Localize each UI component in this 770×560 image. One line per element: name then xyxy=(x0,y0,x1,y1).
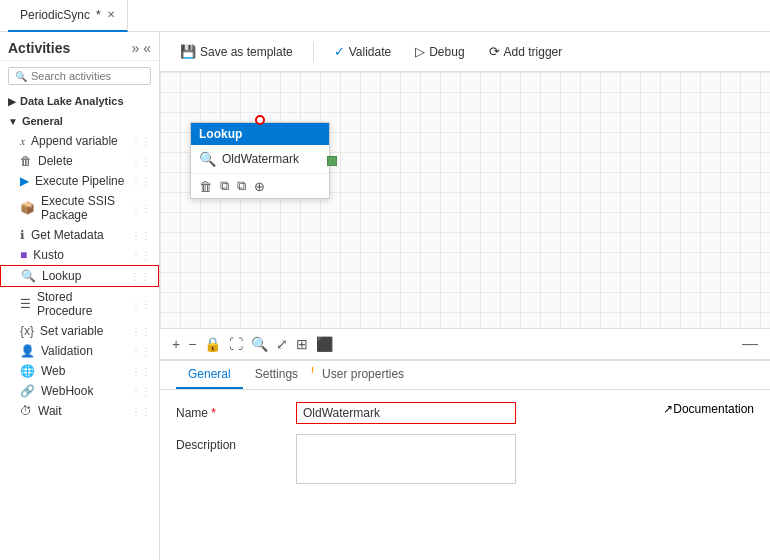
validate-button[interactable]: ✓ Validate xyxy=(330,42,395,61)
drag-handle: ⋮⋮ xyxy=(131,366,151,377)
save-template-button[interactable]: 💾 Save as template xyxy=(176,42,297,61)
doc-label: Documentation xyxy=(673,402,754,416)
properties-tabs: General Settings User properties xyxy=(160,361,770,390)
drag-handle: ⋮⋮ xyxy=(131,156,151,167)
sidebar-item-webhook[interactable]: 🔗 WebHook ⋮⋮ xyxy=(0,381,159,401)
validate-label: Validate xyxy=(349,45,391,59)
sidebar: Activities » « 🔍 ▶ Data Lake Analytics ▼… xyxy=(0,32,160,560)
node-connect-icon[interactable]: ⊕ xyxy=(254,179,265,194)
lookup-node[interactable]: Lookup 🔍 OldWatermark 🗑 ⧉ ⧉ ⊕ xyxy=(190,122,330,199)
sidebar-collapse-icon[interactable]: » xyxy=(131,40,139,56)
sidebar-item-validation[interactable]: 👤 Validation ⋮⋮ xyxy=(0,341,159,361)
stored-procedure-icon: ☰ xyxy=(20,297,31,311)
name-label: Name * xyxy=(176,402,296,420)
wait-icon: ⏱ xyxy=(20,404,32,418)
save-template-label: Save as template xyxy=(200,45,293,59)
sidebar-search-box: 🔍 xyxy=(8,67,151,85)
sidebar-group-general[interactable]: ▼ General xyxy=(0,111,159,131)
execute-ssis-icon: 📦 xyxy=(20,201,35,215)
grid-icon[interactable]: ⊞ xyxy=(296,336,308,352)
sidebar-item-label: Set variable xyxy=(40,324,103,338)
tab-label: PeriodicSync xyxy=(20,8,90,22)
lookup-node-body: 🔍 OldWatermark xyxy=(191,145,329,173)
sidebar-item-wait[interactable]: ⏱ Wait ⋮⋮ xyxy=(0,401,159,421)
node-connector-top[interactable] xyxy=(255,115,265,125)
kusto-icon: ■ xyxy=(20,248,27,262)
tab-settings[interactable]: Settings xyxy=(243,361,310,389)
drag-handle: ⋮⋮ xyxy=(131,326,151,337)
sidebar-group-data-lake[interactable]: ▶ Data Lake Analytics xyxy=(0,91,159,111)
set-variable-icon: {x} xyxy=(20,324,34,338)
fit-icon[interactable]: ⛶ xyxy=(229,336,243,352)
node-connector-right[interactable] xyxy=(327,156,337,166)
drag-handle: ⋮⋮ xyxy=(131,346,151,357)
sidebar-item-execute-pipeline[interactable]: ▶ Execute Pipeline ⋮⋮ xyxy=(0,171,159,191)
get-metadata-icon: ℹ xyxy=(20,228,25,242)
sidebar-item-kusto[interactable]: ■ Kusto ⋮⋮ xyxy=(0,245,159,265)
tab-periodic-sync[interactable]: PeriodicSync * ✕ xyxy=(8,0,128,32)
add-trigger-button[interactable]: ⟳ Add trigger xyxy=(485,42,567,61)
tab-user-properties[interactable]: User properties xyxy=(310,361,416,389)
sidebar-item-web[interactable]: 🌐 Web ⋮⋮ xyxy=(0,361,159,381)
sidebar-item-stored-procedure[interactable]: ☰ Stored Procedure ⋮⋮ xyxy=(0,287,159,321)
sidebar-item-label: Validation xyxy=(41,344,93,358)
main-layout: Activities » « 🔍 ▶ Data Lake Analytics ▼… xyxy=(0,32,770,560)
tab-close-icon[interactable]: ✕ xyxy=(107,9,115,20)
append-variable-icon: 𝑥 xyxy=(20,134,25,148)
lookup-node-header: Lookup xyxy=(191,123,329,145)
collapse-panel-icon[interactable]: — xyxy=(742,335,758,353)
sidebar-item-label: WebHook xyxy=(41,384,93,398)
node-clone-icon[interactable]: ⧉ xyxy=(237,178,246,194)
doc-external-icon: ↗ xyxy=(663,402,673,416)
properties-panel: General Settings User properties Name * xyxy=(160,360,770,560)
description-label: Description xyxy=(176,434,296,452)
drag-handle: ⋮⋮ xyxy=(130,271,150,282)
lookup-node-actions: 🗑 ⧉ ⧉ ⊕ xyxy=(191,173,329,198)
sidebar-item-append-variable[interactable]: 𝑥 Append variable ⋮⋮ xyxy=(0,131,159,151)
sidebar-item-label: Delete xyxy=(38,154,73,168)
lookup-node-icon: 🔍 xyxy=(199,151,216,167)
group-arrow-general: ▼ xyxy=(8,116,18,127)
sidebar-item-label: Get Metadata xyxy=(31,228,104,242)
zoom-in-icon[interactable]: + xyxy=(172,336,180,352)
drag-handle: ⋮⋮ xyxy=(131,230,151,241)
sidebar-item-label: Append variable xyxy=(31,134,118,148)
sidebar-item-lookup[interactable]: 🔍 Lookup ⋮⋮ xyxy=(0,265,159,287)
group-label-data-lake: Data Lake Analytics xyxy=(20,95,124,107)
debug-icon: ▷ xyxy=(415,44,425,59)
description-input[interactable] xyxy=(296,434,516,484)
debug-button[interactable]: ▷ Debug xyxy=(411,42,468,61)
webhook-icon: 🔗 xyxy=(20,384,35,398)
search-icon: 🔍 xyxy=(15,71,27,82)
sidebar-title: Activities xyxy=(8,40,70,56)
search-canvas-icon[interactable]: 🔍 xyxy=(251,336,268,352)
sidebar-pin-icon[interactable]: « xyxy=(143,40,151,56)
tab-bar: PeriodicSync * ✕ xyxy=(0,0,770,32)
zoom-out-icon[interactable]: − xyxy=(188,336,196,352)
sidebar-item-label: Kusto xyxy=(33,248,64,262)
sidebar-controls: » « xyxy=(131,40,151,56)
node-copy-icon[interactable]: ⧉ xyxy=(220,178,229,194)
lookup-icon: 🔍 xyxy=(21,269,36,283)
toolbar-separator xyxy=(313,42,314,62)
debug-label: Debug xyxy=(429,45,464,59)
group-label-general: General xyxy=(22,115,63,127)
expand-icon[interactable]: ⤢ xyxy=(276,336,288,352)
sidebar-item-execute-ssis[interactable]: 📦 Execute SSIS Package ⋮⋮ xyxy=(0,191,159,225)
description-input-container xyxy=(296,434,754,487)
canvas-workspace[interactable]: Lookup 🔍 OldWatermark 🗑 ⧉ ⧉ ⊕ xyxy=(160,72,770,328)
node-delete-icon[interactable]: 🗑 xyxy=(199,179,212,194)
drag-handle: ⋮⋮ xyxy=(131,176,151,187)
sidebar-item-set-variable[interactable]: {x} Set variable ⋮⋮ xyxy=(0,321,159,341)
layout-icon[interactable]: ⬛ xyxy=(316,336,333,352)
search-input[interactable] xyxy=(31,70,144,82)
sidebar-item-delete[interactable]: 🗑 Delete ⋮⋮ xyxy=(0,151,159,171)
doc-link[interactable]: ↗ Documentation xyxy=(663,402,754,416)
drag-handle: ⋮⋮ xyxy=(131,136,151,147)
lock-icon[interactable]: 🔒 xyxy=(204,336,221,352)
name-input[interactable] xyxy=(296,402,516,424)
drag-handle: ⋮⋮ xyxy=(131,203,151,214)
tab-general[interactable]: General xyxy=(176,361,243,389)
save-template-icon: 💾 xyxy=(180,44,196,59)
sidebar-item-get-metadata[interactable]: ℹ Get Metadata ⋮⋮ xyxy=(0,225,159,245)
